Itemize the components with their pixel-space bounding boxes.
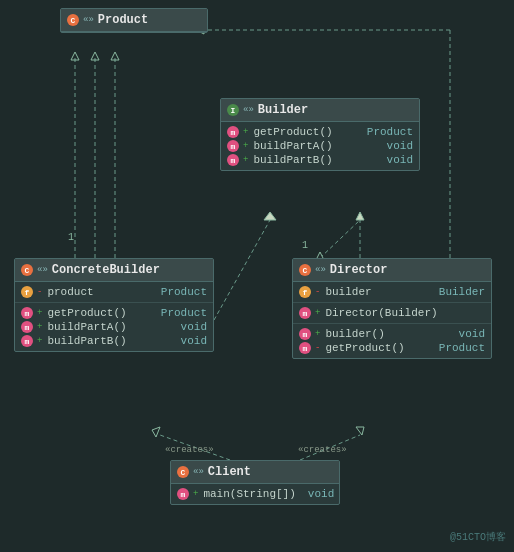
director-constructor-1: m + Director(Builder) <box>299 306 485 320</box>
product-box: C «» Product <box>60 8 208 33</box>
director-box: C «» Director f - builder Builder m + Di… <box>292 258 492 359</box>
method-name: builder() <box>325 328 384 340</box>
concrete-methods: m + getProduct() Product m + buildPartA(… <box>15 303 213 351</box>
concrete-field-1: f - product Product <box>21 285 207 299</box>
svg-marker-15 <box>152 427 160 437</box>
m-icon: m <box>299 307 311 319</box>
m-icon: m <box>299 328 311 340</box>
director-method-2: m - getProduct() Product <box>299 341 485 355</box>
concrete-method-2: m + buildPartA() void <box>21 320 207 334</box>
field-type: Product <box>153 286 207 298</box>
product-header: C «» Product <box>61 9 207 32</box>
builder-stereotype: «» <box>243 105 254 115</box>
builder-method-1: m + getProduct() Product <box>227 125 413 139</box>
method-name: buildPartB() <box>253 154 332 166</box>
m-icon: m <box>177 488 189 500</box>
method-type: void <box>379 140 413 152</box>
product-stereotype: «» <box>83 15 94 25</box>
diagram-container: 1 1 «creates» «creates» C «» Produ <box>0 0 514 552</box>
client-box: C «» Client m + main(String[]) void <box>170 460 340 505</box>
svg-text:1: 1 <box>68 232 74 243</box>
director-stereotype: «» <box>315 265 326 275</box>
method-type: void <box>451 328 485 340</box>
svg-line-9 <box>320 220 360 258</box>
method-type: void <box>173 335 207 347</box>
method-type: void <box>300 488 334 500</box>
product-class-icon: C <box>67 14 79 26</box>
svg-marker-13 <box>356 212 364 220</box>
director-title: Director <box>330 263 388 277</box>
builder-methods: m + getProduct() Product m + buildPartA(… <box>221 122 419 170</box>
method-name: buildPartA() <box>253 140 332 152</box>
client-methods: m + main(String[]) void <box>171 484 339 504</box>
f-icon: f <box>299 286 311 298</box>
svg-marker-5 <box>111 52 119 60</box>
m-icon: m <box>21 321 33 333</box>
f-icon: f <box>21 286 33 298</box>
svg-marker-18 <box>356 427 364 435</box>
svg-line-14 <box>160 435 230 460</box>
svg-line-17 <box>300 435 360 460</box>
client-class-icon: C <box>177 466 189 478</box>
director-methods: m + builder() void m - getProduct() Prod… <box>293 324 491 358</box>
method-type: Product <box>153 307 207 319</box>
constructor-name: Director(Builder) <box>325 307 437 319</box>
method-type: Product <box>359 126 413 138</box>
builder-box: I «» Builder m + getProduct() Product m … <box>220 98 420 171</box>
director-field-1: f - builder Builder <box>299 285 485 299</box>
svg-marker-3 <box>71 52 79 60</box>
director-method-1: m + builder() void <box>299 327 485 341</box>
watermark: @51CTO博客 <box>450 530 506 544</box>
client-title: Client <box>208 465 251 479</box>
concrete-builder-box: C «» ConcreteBuilder f - product Product… <box>14 258 214 352</box>
method-name: getProduct() <box>253 126 332 138</box>
client-stereotype: «» <box>193 467 204 477</box>
product-title: Product <box>98 13 148 27</box>
builder-method-3: m + buildPartB() void <box>227 153 413 167</box>
director-fields: f - builder Builder <box>293 282 491 303</box>
concrete-method-3: m + buildPartB() void <box>21 334 207 348</box>
m-icon: m <box>227 140 239 152</box>
builder-method-2: m + buildPartA() void <box>227 139 413 153</box>
method-type: void <box>379 154 413 166</box>
field-name: builder <box>325 286 371 298</box>
concrete-title: ConcreteBuilder <box>52 263 160 277</box>
method-name: getProduct() <box>325 342 404 354</box>
field-type: Builder <box>431 286 485 298</box>
builder-title: Builder <box>258 103 308 117</box>
field-name: product <box>47 286 93 298</box>
concrete-method-1: m + getProduct() Product <box>21 306 207 320</box>
client-header: C «» Client <box>171 461 339 484</box>
method-type: void <box>173 321 207 333</box>
method-name: buildPartB() <box>47 335 126 347</box>
svg-line-7 <box>214 220 270 320</box>
svg-marker-4 <box>91 52 99 60</box>
m-icon: m <box>299 342 311 354</box>
m-icon: m <box>21 307 33 319</box>
m-icon: m <box>21 335 33 347</box>
m-icon: m <box>227 154 239 166</box>
builder-class-icon: I <box>227 104 239 116</box>
svg-text:1: 1 <box>302 240 308 251</box>
svg-text:«creates»: «creates» <box>165 445 214 455</box>
method-name: getProduct() <box>47 307 126 319</box>
svg-marker-8 <box>264 212 276 220</box>
director-header: C «» Director <box>293 259 491 282</box>
method-type: Product <box>431 342 485 354</box>
concrete-header: C «» ConcreteBuilder <box>15 259 213 282</box>
director-constructors: m + Director(Builder) <box>293 303 491 324</box>
builder-header: I «» Builder <box>221 99 419 122</box>
director-class-icon: C <box>299 264 311 276</box>
method-name: buildPartA() <box>47 321 126 333</box>
concrete-fields: f - product Product <box>15 282 213 303</box>
method-name: main(String[]) <box>203 488 295 500</box>
m-icon: m <box>227 126 239 138</box>
svg-text:«creates»: «creates» <box>298 445 347 455</box>
concrete-class-icon: C <box>21 264 33 276</box>
concrete-stereotype: «» <box>37 265 48 275</box>
client-method-1: m + main(String[]) void <box>177 487 333 501</box>
